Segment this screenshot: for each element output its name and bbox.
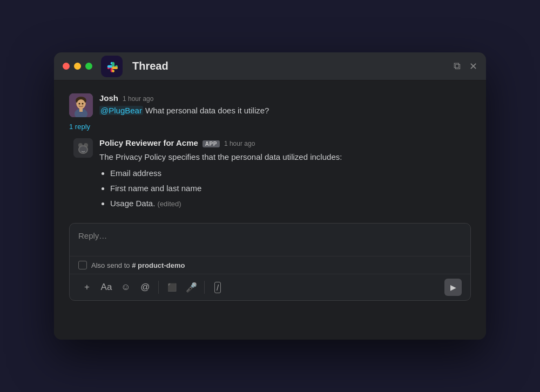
page-title: Thread xyxy=(132,60,454,72)
slack-logo xyxy=(101,56,123,77)
app-badge: APP xyxy=(202,140,220,147)
thread-content: Josh 1 hour ago @PlugBear What personal … xyxy=(54,80,486,340)
bot-timestamp: 1 hour ago xyxy=(224,140,255,147)
emoji-button[interactable]: ☺ xyxy=(117,279,134,296)
traffic-lights xyxy=(63,63,92,70)
mic-icon: 🎤 xyxy=(186,282,197,293)
reply-box[interactable]: Reply… Also send to # product-demo + Aa … xyxy=(69,223,471,301)
close-button[interactable] xyxy=(63,63,70,70)
reply-input[interactable]: Reply… xyxy=(70,224,470,256)
toolbar-separator-2 xyxy=(204,281,205,294)
bot-name: Policy Reviewer for Acme xyxy=(99,138,198,147)
slash-button[interactable]: / xyxy=(209,279,226,296)
title-bar: Thread ⧉ ✕ xyxy=(54,52,486,80)
close-icon[interactable]: ✕ xyxy=(469,60,477,72)
bot-intro: The Privacy Policy specifies that the pe… xyxy=(99,152,342,161)
message-bot: Policy Reviewer for Acme APP 1 hour ago … xyxy=(73,138,471,212)
video-icon: ⬛ xyxy=(167,283,177,292)
toolbar-separator xyxy=(158,281,159,294)
josh-body: @PlugBear What personal data does it uti… xyxy=(99,105,269,117)
channel-label[interactable]: # product-demo xyxy=(132,261,185,269)
send-icon: ▶ xyxy=(450,283,456,292)
format-button[interactable]: Aa xyxy=(98,279,115,296)
josh-name: Josh xyxy=(99,93,118,103)
svg-point-5 xyxy=(82,103,84,105)
bot-content: Policy Reviewer for Acme APP 1 hour ago … xyxy=(99,138,342,212)
toolbar: + Aa ☺ @ ⬛ 🎤 / ▶ xyxy=(70,274,470,300)
bot-meta: Policy Reviewer for Acme APP 1 hour ago xyxy=(99,138,342,147)
avatar-josh xyxy=(69,93,93,117)
edited-label: (edited) xyxy=(158,200,181,208)
mic-button[interactable]: 🎤 xyxy=(183,279,200,296)
mention-plugbear[interactable]: @PlugBear xyxy=(99,106,143,115)
add-button[interactable]: + xyxy=(78,279,96,296)
emoji-icon: ☺ xyxy=(121,282,130,293)
bot-body: The Privacy Policy specifies that the pe… xyxy=(99,151,342,210)
video-button[interactable]: ⬛ xyxy=(163,279,180,296)
maximize-button[interactable] xyxy=(85,63,92,70)
bot-list: Email address First name and last name U… xyxy=(110,167,342,210)
slack-window: Thread ⧉ ✕ xyxy=(54,52,486,340)
also-send-checkbox[interactable] xyxy=(78,261,87,269)
list-item: Email address xyxy=(110,167,342,180)
svg-rect-7 xyxy=(79,109,83,112)
message-josh-text: Josh 1 hour ago @PlugBear What personal … xyxy=(99,93,269,117)
minimize-button[interactable] xyxy=(74,63,81,70)
list-item: First name and last name xyxy=(110,182,342,195)
svg-point-3 xyxy=(77,99,85,109)
tile-icon[interactable]: ⧉ xyxy=(454,60,461,72)
slash-icon: / xyxy=(214,282,221,293)
josh-meta: Josh 1 hour ago xyxy=(99,93,269,103)
josh-timestamp: 1 hour ago xyxy=(123,95,153,103)
send-button[interactable]: ▶ xyxy=(444,279,462,296)
avatar-bot xyxy=(73,138,93,158)
also-send-row: Also send to # product-demo xyxy=(70,256,470,274)
list-item: Usage Data. (edited) xyxy=(110,197,342,210)
window-controls: ⧉ ✕ xyxy=(454,60,477,72)
svg-point-4 xyxy=(79,103,80,105)
mention-button[interactable]: @ xyxy=(137,279,154,296)
reply-count[interactable]: 1 reply xyxy=(69,123,471,131)
message-josh: Josh 1 hour ago @PlugBear What personal … xyxy=(69,93,471,117)
also-send-label: Also send to # product-demo xyxy=(91,261,185,269)
